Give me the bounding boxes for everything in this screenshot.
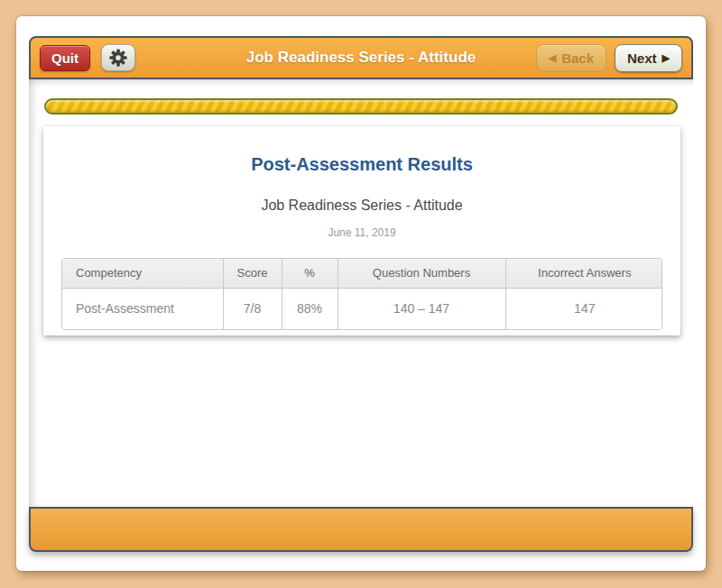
cell-score: 7/8 [223, 288, 282, 329]
next-arrow-icon: ▶ [662, 53, 670, 63]
results-table: Competency Score % Question Numbers Inco… [61, 258, 662, 330]
results-card: Post-Assessment Results Job Readiness Se… [43, 126, 680, 335]
column-header-competency: Competency [62, 259, 223, 288]
table-header-row: Competency Score % Question Numbers Inco… [62, 259, 662, 288]
content-area: Post-Assessment Results Job Readiness Se… [29, 79, 693, 507]
back-button-label: Back [561, 51, 594, 66]
next-button-label: Next [627, 51, 657, 66]
back-button[interactable]: ◀ Back [536, 44, 606, 72]
nav-buttons: ◀ Back Next ▶ [536, 44, 682, 72]
cell-competency: Post-Assessment [62, 288, 223, 329]
table-row: Post-Assessment 7/8 88% 140 – 147 147 [62, 288, 662, 329]
quit-button[interactable]: Quit [40, 45, 90, 71]
progress-bar [44, 98, 678, 115]
back-arrow-icon: ◀ [549, 53, 556, 63]
column-header-question-numbers: Question Numbers [338, 259, 505, 288]
results-date: June 11, 2019 [43, 226, 680, 239]
footer-bar [29, 507, 693, 552]
column-header-score: Score [223, 259, 282, 288]
header-bar: Quit Job Readiness Serie [29, 36, 693, 79]
app-window: Quit Job Readiness Serie [16, 16, 706, 571]
cell-percent: 88% [282, 288, 338, 329]
gear-icon [108, 48, 128, 68]
column-header-percent: % [282, 259, 338, 288]
results-title: Post-Assessment Results [43, 154, 680, 175]
results-subtitle: Job Readiness Series - Attitude [43, 198, 680, 214]
column-header-incorrect-answers: Incorrect Answers [505, 259, 662, 288]
settings-button[interactable] [101, 44, 135, 71]
page-background: Quit Job Readiness Serie [0, 0, 722, 588]
cell-question-numbers: 140 – 147 [338, 288, 505, 329]
next-button[interactable]: Next ▶ [615, 44, 682, 72]
cell-incorrect-answers: 147 [505, 288, 662, 329]
progress-bar-fill [46, 100, 676, 113]
